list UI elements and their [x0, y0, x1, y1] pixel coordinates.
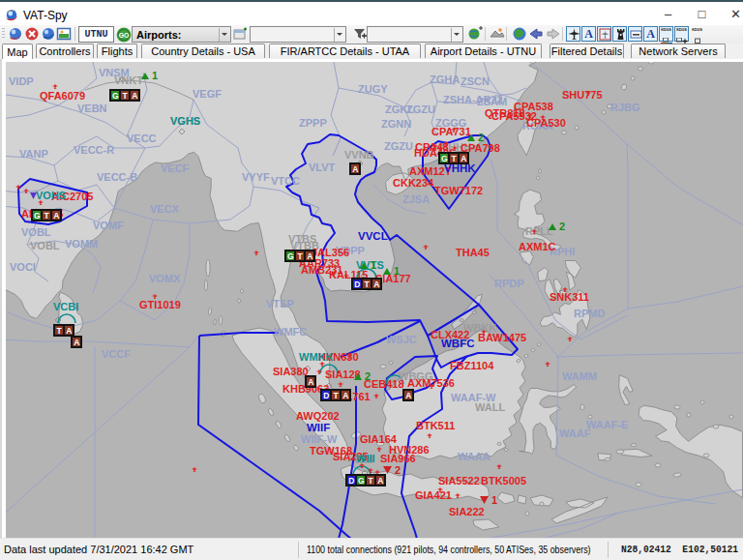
svg-text:SIA966: SIA966	[380, 453, 416, 464]
svg-text:WIIF: WIIF	[307, 422, 330, 433]
svg-text:T: T	[452, 154, 458, 163]
svg-text:D: D	[354, 280, 360, 289]
svg-text:VVNB: VVNB	[344, 149, 374, 161]
svg-text:FBZ1104: FBZ1104	[450, 360, 494, 371]
svg-text:A: A	[342, 391, 348, 400]
svg-text:ZGZU: ZGZU	[406, 103, 435, 115]
svg-text:RPMD: RPMD	[574, 308, 605, 319]
svg-text:BTK511: BTK511	[416, 420, 455, 431]
svg-text:A: A	[74, 338, 79, 347]
svg-text:QFA6079: QFA6079	[40, 90, 85, 102]
svg-text:A: A	[373, 280, 379, 289]
svg-text:THA45: THA45	[456, 247, 490, 258]
svg-text:VOHS: VOHS	[36, 190, 66, 201]
svg-text:A: A	[307, 251, 312, 261]
svg-text:WAAA: WAAA	[458, 451, 490, 462]
svg-text:D: D	[323, 391, 329, 400]
svg-text:SIA380: SIA380	[273, 366, 309, 377]
svg-text:CPA731: CPA731	[431, 126, 471, 137]
svg-text:ZUGY: ZUGY	[358, 83, 388, 95]
svg-text:WALL: WALL	[475, 401, 505, 413]
svg-text:VEGF: VEGF	[193, 88, 222, 100]
svg-text:VECC-R: VECC-R	[74, 144, 114, 156]
svg-text:D: D	[348, 476, 354, 486]
svg-text:A: A	[132, 91, 137, 101]
svg-text:ZPPP: ZPPP	[299, 117, 327, 129]
svg-text:VANP: VANP	[19, 148, 48, 160]
svg-text:A: A	[377, 476, 383, 486]
svg-text:T: T	[369, 476, 374, 486]
svg-text:CKK234: CKK234	[393, 177, 434, 189]
svg-text:ZSHA-AR22: ZSHA-AR22	[443, 94, 503, 105]
svg-text:BAW1475: BAW1475	[478, 332, 526, 343]
svg-text:A: A	[352, 164, 358, 174]
svg-text:VOBL: VOBL	[30, 240, 60, 251]
svg-text:SNK311: SNK311	[550, 291, 589, 303]
svg-text:VCCF: VCCF	[102, 348, 131, 360]
svg-text:WMFC: WMFC	[274, 326, 307, 338]
svg-text:VLVT: VLVT	[309, 162, 336, 173]
svg-text:SIA5522: SIA5522	[438, 475, 480, 486]
svg-text:ZSCN: ZSCN	[461, 75, 490, 87]
svg-text:T: T	[334, 391, 340, 400]
svg-text:WMKK: WMKK	[299, 351, 333, 363]
svg-text:WAAF-E: WAAF-E	[586, 419, 628, 430]
svg-text:1: 1	[491, 494, 497, 506]
svg-text:WIII: WIII	[356, 453, 375, 464]
svg-text:AXM1C: AXM1C	[519, 241, 556, 252]
svg-text:WSJC: WSJC	[386, 334, 417, 345]
svg-text:G: G	[34, 211, 41, 221]
svg-text:VOCI: VOCI	[10, 261, 36, 273]
svg-text:TGW7172: TGW7172	[434, 185, 483, 196]
svg-text:VECC: VECC	[127, 133, 157, 144]
svg-text:G: G	[112, 91, 119, 101]
svg-text:AWQ202: AWQ202	[296, 410, 340, 422]
svg-text:WAMM: WAMM	[562, 370, 597, 382]
svg-text:VOMF: VOMF	[93, 220, 124, 231]
svg-text:RJBG: RJBG	[610, 102, 640, 113]
svg-text:VTCC: VTCC	[271, 175, 300, 187]
svg-text:G: G	[287, 251, 294, 261]
svg-text:VEBN: VEBN	[77, 103, 107, 114]
svg-text:AXM7536: AXM7536	[407, 377, 455, 389]
svg-text:ZGHA: ZGHA	[430, 74, 460, 85]
svg-text:T: T	[45, 211, 50, 221]
svg-text:1: 1	[394, 265, 400, 277]
svg-text:RPDP: RPDP	[494, 278, 524, 289]
svg-text:VGHS: VGHS	[170, 115, 200, 127]
svg-text:WIIF-W: WIIF-W	[301, 433, 338, 445]
svg-text:T: T	[123, 91, 129, 101]
svg-text:SHU775: SHU775	[562, 89, 603, 101]
svg-text:VIDP: VIDP	[9, 75, 34, 87]
svg-text:VVCL: VVCL	[358, 230, 388, 242]
svg-text:CPA530: CPA530	[526, 117, 566, 129]
svg-text:WBFC: WBFC	[441, 338, 475, 349]
svg-text:GTI1019: GTI1019	[139, 299, 181, 310]
svg-text:ZJSA: ZJSA	[402, 193, 430, 205]
svg-text:T: T	[298, 251, 304, 261]
svg-text:G: G	[358, 476, 365, 486]
svg-text:1: 1	[371, 259, 376, 271]
svg-text:VECF: VECF	[161, 162, 190, 174]
svg-text:T: T	[365, 280, 371, 289]
svg-text:A: A	[53, 211, 59, 221]
svg-text:2: 2	[478, 132, 484, 143]
svg-text:GIA421: GIA421	[415, 489, 452, 501]
svg-text:2: 2	[365, 370, 371, 382]
svg-text:2: 2	[559, 221, 565, 232]
svg-text:BTK5005: BTK5005	[481, 475, 526, 486]
svg-text:A: A	[461, 154, 466, 163]
svg-text:VYYF: VYYF	[242, 171, 270, 183]
svg-text:GO: GO	[119, 32, 130, 39]
svg-text:RPLL: RPLL	[525, 225, 553, 237]
svg-text:A: A	[66, 326, 72, 336]
svg-text:VOMM: VOMM	[65, 238, 98, 250]
svg-text:VCBI: VCBI	[53, 301, 78, 312]
svg-text:ZGZU: ZGZU	[384, 140, 413, 152]
svg-text:GIA164: GIA164	[360, 433, 398, 445]
svg-text:SIA222: SIA222	[449, 506, 485, 517]
svg-text:ZGNN: ZGNN	[381, 118, 411, 130]
svg-text:VOMX: VOMX	[149, 273, 181, 284]
svg-text:A: A	[405, 391, 411, 400]
svg-text:A: A	[308, 377, 313, 387]
